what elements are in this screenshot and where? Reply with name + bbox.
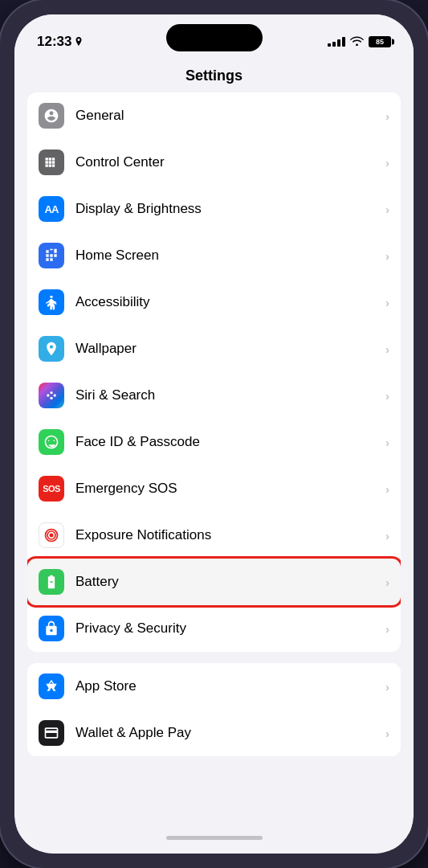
settings-row-wallpaper[interactable]: Wallpaper › <box>27 326 401 372</box>
siri-icon <box>39 383 64 408</box>
svg-point-4 <box>50 397 52 399</box>
settings-group-1: General › Control Center › AA Display & … <box>27 92 401 652</box>
general-icon <box>39 103 64 129</box>
display-icon: AA <box>39 196 64 222</box>
wallpaper-chevron: › <box>385 342 389 356</box>
status-icons: 85 <box>328 35 391 48</box>
emergency-chevron: › <box>385 482 389 496</box>
bar2 <box>332 42 336 47</box>
settings-row-appstore[interactable]: App Store › <box>27 663 401 710</box>
svg-point-2 <box>50 391 52 394</box>
appstore-chevron: › <box>385 680 389 694</box>
wallet-icon <box>39 720 64 746</box>
wallet-chevron: › <box>385 727 389 740</box>
settings-row-emergency[interactable]: SOS Emergency SOS › <box>27 465 401 512</box>
settings-row-battery[interactable]: Battery › <box>27 559 401 605</box>
settings-row-home[interactable]: Home Screen › <box>27 232 401 279</box>
settings-row-wallet[interactable]: Wallet & Apple Pay › <box>27 710 401 756</box>
display-label: Display & Brightness <box>75 201 385 217</box>
battery-row-container: Battery › <box>27 559 401 605</box>
privacy-icon <box>39 616 64 641</box>
svg-point-0 <box>50 296 52 298</box>
home-icon <box>39 243 64 268</box>
siri-label: Siri & Search <box>75 387 385 403</box>
home-label: Home Screen <box>75 248 385 264</box>
settings-row-control-center[interactable]: Control Center › <box>27 139 401 186</box>
bar3 <box>337 39 340 47</box>
battery-label: Battery <box>75 574 385 590</box>
general-chevron: › <box>385 109 389 123</box>
bar1 <box>328 43 331 47</box>
settings-row-display[interactable]: AA Display & Brightness › <box>27 186 401 232</box>
settings-row-general[interactable]: General › <box>27 92 401 139</box>
clock: 12:33 <box>37 34 71 50</box>
phone-screen: 12:33 <box>14 14 414 854</box>
settings-scroll[interactable]: General › Control Center › AA Display & … <box>14 92 414 825</box>
exposure-icon <box>39 522 64 548</box>
signal-bars <box>328 37 345 47</box>
battery-icon <box>39 569 64 595</box>
privacy-chevron: › <box>385 622 389 636</box>
settings-group-2: App Store › Wallet & Apple Pay › <box>27 663 401 756</box>
settings-row-privacy[interactable]: Privacy & Security › <box>27 605 401 652</box>
svg-point-5 <box>50 534 54 538</box>
settings-row-siri[interactable]: Siri & Search › <box>27 372 401 419</box>
bar4 <box>342 37 345 47</box>
emergency-label: Emergency SOS <box>75 481 385 497</box>
faceid-chevron: › <box>385 436 389 449</box>
phone-frame: 12:33 <box>0 0 428 868</box>
accessibility-icon <box>39 289 64 315</box>
exposure-chevron: › <box>385 529 389 542</box>
home-bar <box>14 825 414 850</box>
page-title: Settings <box>14 58 414 92</box>
settings-row-accessibility[interactable]: Accessibility › <box>27 279 401 326</box>
dynamic-island <box>166 24 263 51</box>
appstore-label: App Store <box>75 678 385 694</box>
accessibility-chevron: › <box>385 296 389 309</box>
control-center-label: Control Center <box>75 154 385 170</box>
privacy-label: Privacy & Security <box>75 620 385 637</box>
siri-chevron: › <box>385 389 389 403</box>
battery-status-bar: 85 <box>369 36 391 47</box>
general-label: General <box>75 108 385 124</box>
settings-row-exposure[interactable]: Exposure Notifications › <box>27 512 401 559</box>
appstore-icon <box>39 674 64 699</box>
faceid-label: Face ID & Passcode <box>75 434 385 450</box>
wallpaper-label: Wallpaper <box>75 341 385 357</box>
control-center-chevron: › <box>385 156 389 170</box>
display-chevron: › <box>385 203 389 216</box>
settings-row-faceid[interactable]: Face ID & Passcode › <box>27 419 401 465</box>
wifi-icon <box>350 35 364 48</box>
status-time: 12:33 <box>37 34 83 50</box>
exposure-label: Exposure Notifications <box>75 527 385 543</box>
emergency-icon: SOS <box>39 476 64 502</box>
location-icon <box>75 37 83 47</box>
faceid-icon <box>39 429 64 455</box>
wallet-label: Wallet & Apple Pay <box>75 725 385 741</box>
svg-point-3 <box>54 394 56 396</box>
accessibility-label: Accessibility <box>75 294 385 310</box>
home-chevron: › <box>385 249 389 263</box>
home-bar-line <box>166 836 263 840</box>
battery-chevron: › <box>385 575 389 589</box>
wallpaper-icon <box>39 336 64 362</box>
svg-point-1 <box>47 394 49 396</box>
control-center-icon <box>39 149 64 175</box>
